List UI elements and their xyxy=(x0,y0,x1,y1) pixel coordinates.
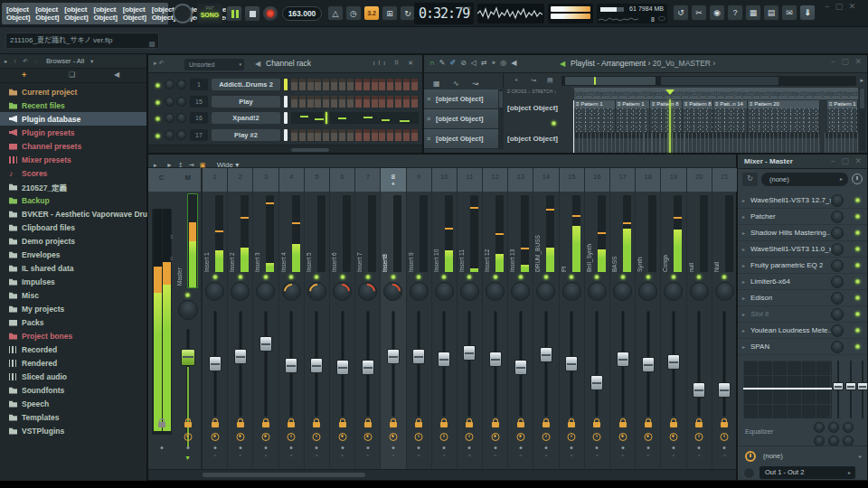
current-lock-icon[interactable] xyxy=(158,422,165,427)
mixer-strip[interactable]: 11+ Insert 11 ^ xyxy=(458,168,483,469)
pianoroll-preview[interactable] xyxy=(291,112,419,124)
mixer-strip[interactable]: 5+ Insert 5 ^ xyxy=(305,168,330,469)
mixer-strip[interactable]: 17+ BASS ^ xyxy=(610,168,636,469)
strip-name[interactable]: Insert8 xyxy=(382,195,392,272)
lock-icon[interactable] xyxy=(492,422,499,427)
channel-name-button[interactable]: Addicti..Drums 2 xyxy=(212,79,280,90)
eq-band2-slider[interactable] xyxy=(844,361,857,418)
eq-graph[interactable] xyxy=(743,361,832,418)
fader-handle[interactable] xyxy=(412,349,425,364)
clip-header[interactable]: ≡ Patt..n 14 xyxy=(713,100,747,108)
paint-icon[interactable]: ✐ xyxy=(449,59,456,68)
strip-enable-led[interactable] xyxy=(570,275,574,279)
strip-enable-led[interactable] xyxy=(646,275,650,279)
pattern-clip[interactable]: ≡ Pattern 8 xyxy=(683,100,713,132)
rack-nav-icons[interactable]: ▸ ↶ xyxy=(154,60,164,67)
main-volume-knob[interactable] xyxy=(173,4,193,23)
fader-handle[interactable] xyxy=(209,356,222,371)
browser-item[interactable]: Mixer presets xyxy=(0,153,146,166)
fader-handle[interactable] xyxy=(259,336,272,352)
route-arrow-icon[interactable]: ^ xyxy=(228,454,252,459)
panel-clock-icon[interactable] xyxy=(852,174,863,184)
strip-pan-knob[interactable] xyxy=(410,282,429,301)
strip-name[interactable]: Synth xyxy=(637,195,647,272)
menu-item[interactable]: [object Object] xyxy=(35,5,59,22)
slot-enable-led[interactable] xyxy=(855,279,860,284)
slot-arrow-icon[interactable]: ▸ xyxy=(742,262,745,268)
stop-button[interactable] xyxy=(244,5,260,22)
strip-enable-led[interactable] xyxy=(238,275,242,279)
clock-icon[interactable] xyxy=(618,433,627,441)
strip-name[interactable]: BASS xyxy=(611,195,622,272)
strip-enable-led[interactable] xyxy=(671,275,675,279)
slot-plugin-name[interactable]: Youlean Loudness Mete.. xyxy=(750,326,832,334)
master-fader-handle[interactable] xyxy=(181,349,195,366)
fader-handle[interactable] xyxy=(234,349,247,364)
slot-mix-knob[interactable] xyxy=(831,243,844,256)
lock-icon[interactable] xyxy=(670,422,677,427)
effect-slot[interactable]: ▸ Shadow Hills Mastering.. xyxy=(738,225,867,241)
browser-item[interactable]: Packs xyxy=(0,315,146,329)
effect-slot[interactable]: ▸ WaveShell1-VST3 11.0_x.. xyxy=(738,241,867,258)
undo-icon[interactable]: ↺ xyxy=(673,5,689,21)
step-sequencer[interactable] xyxy=(291,96,419,108)
pattern-clip[interactable]: ≡ Pattern 1 xyxy=(616,100,650,132)
strip-enable-led[interactable] xyxy=(289,275,294,279)
strip-pan-knob[interactable] xyxy=(536,282,555,301)
mixer-strip[interactable]: 6+ Insert 6 ^ xyxy=(330,168,355,469)
step-sequencer[interactable] xyxy=(291,79,419,90)
clip-header[interactable]: ≡ Pattern 1 xyxy=(574,100,615,108)
time-preset-label[interactable]: (none) xyxy=(763,452,783,460)
strip-pan-knob[interactable] xyxy=(460,282,479,301)
fader-handle[interactable] xyxy=(642,357,655,372)
clip-notes[interactable] xyxy=(616,108,649,132)
route-arrow-icon[interactable]: ^ xyxy=(407,454,431,459)
track-name[interactable]: [object Object] xyxy=(504,100,574,131)
steps-1-8[interactable] xyxy=(291,129,354,141)
slot-arrow-icon[interactable]: ▸ xyxy=(742,213,745,220)
effect-slot[interactable]: ▸ Youlean Loudness Mete.. xyxy=(738,323,867,339)
slot-plugin-name[interactable]: Patcher xyxy=(750,212,776,221)
browser-item[interactable]: Misc xyxy=(0,288,146,302)
browser-item[interactable]: Channel presets xyxy=(0,139,146,153)
pattern-clip[interactable]: ≡ Pattern 1 xyxy=(827,100,858,132)
clock-icon[interactable] xyxy=(313,433,321,441)
effect-slot[interactable]: ▸ Limiter6-x64 xyxy=(738,274,867,290)
strip-number[interactable]: 9+ xyxy=(407,168,431,192)
fader-handle[interactable] xyxy=(362,360,374,375)
route-arrow-icon[interactable]: ^ xyxy=(712,454,737,459)
channel-pan-knob[interactable] xyxy=(165,80,175,89)
slot-enable-led[interactable] xyxy=(855,296,860,300)
slide-tool-icon[interactable]: ↝ xyxy=(531,77,536,84)
playlist-titlebar[interactable]: ∩✎✐⊘◁⇄⌖◎◀ ◀ Playlist - Arrangement › 20_… xyxy=(424,55,867,73)
browser-item[interactable]: Soundfonts xyxy=(0,383,146,397)
pattern-clip[interactable]: ≡ Patt..n 14 xyxy=(713,100,748,132)
channel-pan-knob[interactable] xyxy=(165,113,175,123)
slot-enable-led[interactable] xyxy=(855,247,860,251)
mixer-strip[interactable]: 15+ Pf ^ xyxy=(560,168,585,469)
wait-for-input-icon[interactable]: ◷ xyxy=(345,5,362,21)
magnet-icon[interactable]: ∩ xyxy=(429,59,435,68)
clock-icon[interactable] xyxy=(184,433,192,441)
browser-item[interactable]: Sliced audio xyxy=(0,370,146,383)
strip-pan-knob[interactable] xyxy=(690,282,709,301)
strip-pan-knob[interactable] xyxy=(715,282,734,301)
automation-tab-icon[interactable]: ↝ xyxy=(472,80,478,88)
strip-name[interactable]: null xyxy=(688,195,699,272)
lock-icon[interactable] xyxy=(721,422,728,427)
select-icon[interactable]: ⌖ xyxy=(492,59,496,68)
playback-icon[interactable]: ◀ xyxy=(511,59,516,68)
mixer-scrollbar[interactable] xyxy=(148,469,736,480)
mixer-strip[interactable]: 20+ null ^ xyxy=(687,168,712,469)
lock-icon[interactable] xyxy=(364,422,372,427)
eq-band1-slider[interactable] xyxy=(832,361,844,418)
browser-item[interactable]: Clipboard files xyxy=(0,221,146,234)
lock-icon[interactable] xyxy=(262,422,269,427)
effect-slot[interactable]: ▸ Slot 8 xyxy=(738,306,867,323)
play-button[interactable] xyxy=(226,5,242,22)
strip-enable-led[interactable] xyxy=(467,275,472,279)
strip-enable-led[interactable] xyxy=(263,275,268,279)
fader-handle[interactable] xyxy=(336,360,349,375)
clock-icon[interactable] xyxy=(491,433,499,441)
mixer-strip[interactable]: 13+ Insert 13 ^ xyxy=(508,168,533,469)
